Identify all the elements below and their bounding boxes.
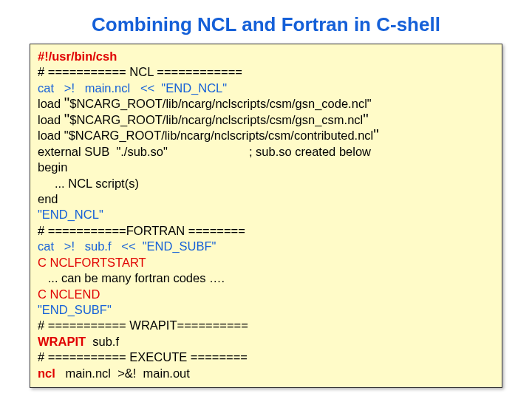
- load-gsn-csm-line: load "$NCARG_ROOT/lib/ncarg/nclscripts/c…: [38, 112, 494, 128]
- cat-ncl-line: cat >! main.ncl << "END_NCL": [38, 81, 494, 96]
- load-contributed-line: load "$NCARG_ROOT/lib/ncarg/nclscripts/c…: [38, 128, 494, 143]
- end-ncl-heredoc: "END_NCL": [38, 207, 494, 222]
- begin-line: begin: [38, 160, 494, 175]
- wrapit-line: WRAPIT sub.f: [38, 334, 494, 349]
- slide-title: Combining NCL and Fortran in C-shell: [30, 13, 502, 36]
- external-sub-line: external SUB "./sub.so" ; sub.so created…: [38, 144, 494, 160]
- cat-subf-line: cat >! sub.f << "END_SUBF": [38, 239, 494, 254]
- load-keyword: load: [38, 97, 64, 110]
- ncl-scripts-line: ... NCL script(s): [38, 176, 494, 191]
- code-box: #!/usr/bin/csh # =========== NCL =======…: [30, 44, 502, 388]
- load-gsn-code-line: load "$NCARG_ROOT/lib/ncarg/nclscripts/c…: [38, 96, 494, 112]
- execute-section-comment: # =========== EXECUTE ========: [38, 349, 494, 365]
- end-subf-heredoc: "END_SUBF": [38, 302, 494, 318]
- nclend-line: C NCLEND: [38, 287, 494, 302]
- load-path: $NCARG_ROOT/lib/ncarg/nclscripts/csm/gsn…: [69, 97, 371, 110]
- fortran-section-comment: # ===========FORTRAN ========: [38, 223, 494, 239]
- wrapit-section-comment: # =========== WRAPIT==========: [38, 318, 494, 333]
- load-keyword: load: [38, 113, 64, 126]
- fortran-codes-line: ... can be many fortran codes ….: [38, 270, 494, 286]
- end-line: end: [38, 191, 494, 207]
- shebang-line: #!/usr/bin/csh: [38, 49, 494, 64]
- ncl-execute-line: ncl main.ncl >&! main.out: [38, 366, 494, 381]
- curly-quote: ": [373, 126, 378, 143]
- wrapit-arg: sub.f: [86, 335, 119, 348]
- nclfortstart-line: C NCLFORTSTART: [38, 255, 494, 270]
- load-path: load "$NCARG_ROOT/lib/ncarg/nclscripts/c…: [38, 129, 373, 142]
- ncl-command: ncl: [38, 366, 55, 380]
- load-path: $NCARG_ROOT/lib/ncarg/nclscripts/csm/gsn…: [69, 113, 363, 126]
- ncl-args: main.ncl >&! main.out: [55, 366, 190, 380]
- wrapit-command: WRAPIT: [38, 335, 86, 348]
- ncl-section-comment: # =========== NCL ============: [38, 64, 494, 80]
- curly-quote: ": [363, 110, 368, 127]
